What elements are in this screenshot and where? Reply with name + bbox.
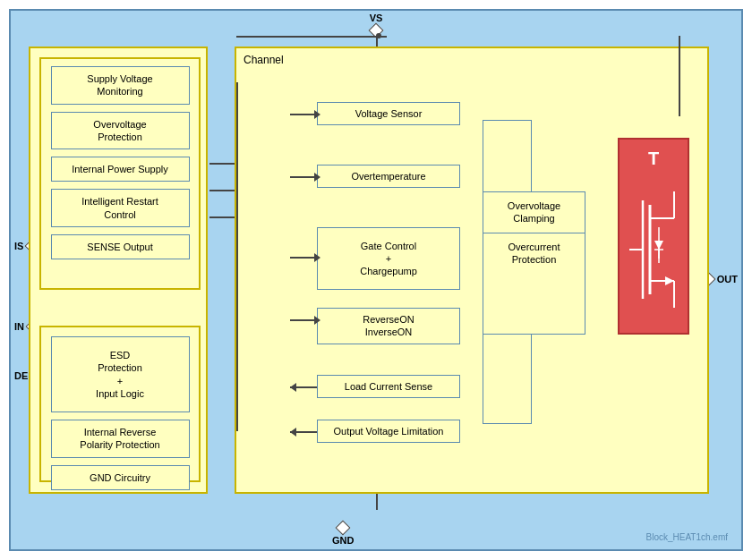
gnd-circuitry-block: GND Circuitry: [51, 465, 190, 490]
overtemperature-block: Overtemperature: [317, 165, 460, 188]
left-bottom-section: ESD Protection + Input Logic Internal Re…: [39, 326, 201, 482]
line-driver-vs: [290, 114, 317, 115]
vs-label: VS: [370, 13, 383, 23]
h-line-3: [209, 216, 235, 218]
supply-voltage-block: Supply Voltage Monitoring: [51, 66, 190, 105]
reverseon-block: ReverseON InverseON: [317, 308, 460, 344]
arrow-gc: [314, 253, 320, 262]
overvoltage-block: Overvoltage Protection: [51, 112, 190, 150]
arrow-ot: [314, 173, 320, 182]
intelligent-restart-block: Intelligent Restart Control: [51, 189, 190, 227]
esd-protection-block: ESD Protection + Input Logic: [51, 336, 190, 412]
arrow-ro: [314, 316, 320, 325]
left-section-box: Supply Voltage Monitoring Overvoltage Pr…: [29, 47, 208, 494]
h-line-2: [209, 190, 235, 191]
svg-marker-9: [654, 241, 663, 250]
v-line-top-transistor: [679, 36, 680, 116]
arrow-vs: [314, 110, 320, 119]
v-line-left-inner: [236, 82, 238, 431]
main-diagram: VS GND OUT IS IN DEN: [9, 9, 743, 551]
output-voltage-block: Output Voltage Limitation: [317, 420, 460, 443]
internal-power-block: Internal Power Supply: [51, 157, 190, 182]
out-label: OUT: [717, 274, 738, 284]
dot-vs-top: [376, 33, 381, 38]
line-driver-gc: [290, 257, 317, 259]
t-label: T: [648, 148, 659, 169]
arrow-lcs: [290, 383, 296, 392]
left-top-section: Supply Voltage Monitoring Overvoltage Pr…: [39, 57, 201, 290]
transistor-symbol: [625, 174, 683, 326]
load-current-block: Load Current Sense: [317, 375, 460, 398]
sense-output-block: SENSE Output: [51, 234, 190, 259]
gnd-label: GND: [332, 535, 354, 546]
channel-label: Channel: [244, 54, 284, 66]
svg-marker-7: [665, 276, 674, 285]
in-label: IN: [14, 321, 24, 332]
is-label: IS: [14, 241, 23, 251]
h-line-1: [209, 163, 235, 165]
channel-box: Channel Driver Logic Voltage Sensor Over…: [235, 47, 709, 494]
voltage-sensor-block: Voltage Sensor: [317, 102, 460, 125]
line-driver-ot: [290, 176, 317, 178]
file-label: Block_HEAT1ch.emf: [645, 532, 728, 542]
reverse-polarity-block: Internal Reverse Polarity Protection: [51, 420, 190, 458]
h-line-top-channel: [236, 36, 387, 38]
transistor-box: T: [618, 138, 689, 335]
gate-control-block: Gate Control + Chargepump: [317, 227, 460, 290]
overcurrent-protection-block: Overcurrent Protection: [483, 233, 585, 274]
overvoltage-clamping-block: Overvoltage Clamping: [483, 192, 585, 233]
ov-oc-box: Overvoltage Clamping Overcurrent Protect…: [483, 191, 585, 335]
line-driver-ro: [290, 319, 317, 321]
arrow-ovl: [290, 428, 296, 437]
